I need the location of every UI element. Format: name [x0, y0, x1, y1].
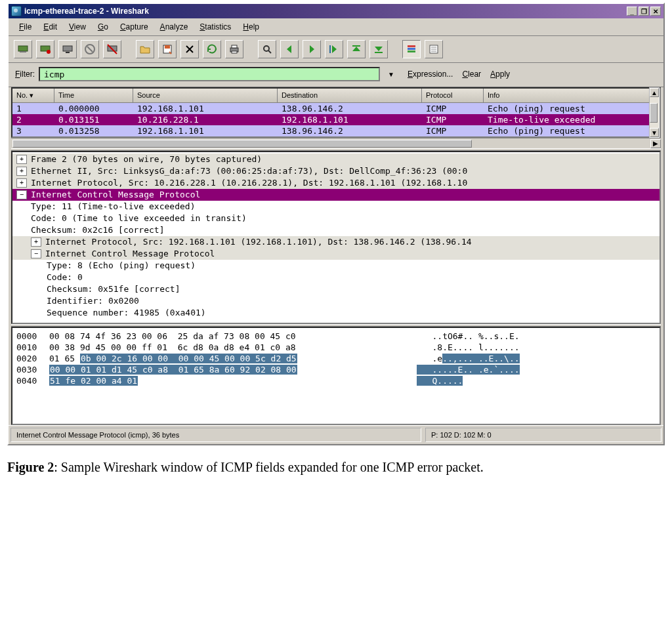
app-icon [11, 6, 22, 16]
packet-row[interactable]: 30.013258192.168.1.101138.96.146.2ICMPEc… [12, 125, 660, 136]
detail-ip[interactable]: Internet Protocol, Src: 10.216.228.1 (10… [31, 177, 472, 189]
packet-row[interactable]: 20.01315110.216.228.1192.168.1.101ICMPTi… [12, 114, 660, 125]
expand-icon[interactable]: + [16, 155, 27, 164]
menu-capture[interactable]: Capture [115, 21, 154, 33]
go-first-button[interactable] [347, 40, 366, 58]
svg-rect-18 [408, 51, 415, 52]
svg-rect-11 [232, 51, 237, 53]
bytes-hex: 00 08 74 4f 36 23 00 06 25 da af 73 08 0… [49, 331, 417, 342]
menu-statistics[interactable]: Statistics [194, 21, 236, 33]
svg-rect-10 [232, 45, 237, 48]
column-protocol[interactable]: Protocol [422, 89, 484, 103]
find-button[interactable] [258, 40, 276, 58]
scroll-thumb[interactable] [650, 103, 658, 123]
packet-list-header[interactable]: No. ▾ Time Source Destination Protocol I… [12, 89, 660, 103]
status-right: P: 102 D: 102 M: 0 [425, 428, 662, 442]
close-button[interactable]: ✕ [650, 7, 661, 16]
filter-dropdown-icon[interactable]: ▼ [387, 70, 396, 79]
print-button[interactable] [225, 40, 243, 58]
bytes-row[interactable]: 000000 08 74 4f 36 23 00 06 25 da af 73 … [16, 331, 656, 342]
packet-list-hscroll[interactable]: ▶ [11, 138, 661, 148]
window-titlebar[interactable]: icmp-ethereal-trace-2 - Wireshark _ ❐ ✕ [9, 4, 663, 18]
expand-icon[interactable]: + [16, 167, 27, 176]
packet-details-pane[interactable]: +Frame 2 (70 bytes on wire, 70 bytes cap… [11, 151, 661, 324]
go-to-button[interactable] [325, 40, 343, 58]
menu-file[interactable]: File [14, 21, 37, 33]
packet-list-pane[interactable]: No. ▾ Time Source Destination Protocol I… [11, 87, 661, 138]
packet-cell: 3 [12, 126, 54, 136]
bytes-ascii: ..tO6#.. %..s..E. [417, 331, 656, 342]
packet-cell: 192.168.1.101 [278, 115, 422, 125]
menu-analyze[interactable]: Analyze [155, 21, 194, 33]
bytes-ascii: .....E.. .e.`.... [417, 364, 656, 375]
interfaces-button[interactable] [14, 40, 32, 58]
svg-rect-17 [408, 48, 415, 50]
scroll-up-icon[interactable]: ▲ [650, 88, 659, 97]
restore-button[interactable]: ❐ [639, 7, 649, 16]
column-info[interactable]: Info [484, 89, 660, 103]
column-source[interactable]: Source [133, 89, 278, 103]
options-button[interactable] [36, 40, 54, 58]
detail-inner-icmp[interactable]: Internet Control Message Protocol [45, 248, 220, 260]
svg-rect-8 [165, 45, 170, 49]
packet-row[interactable]: 10.000000192.168.1.101138.96.146.2ICMPEc… [12, 103, 660, 114]
collapse-icon[interactable]: − [16, 190, 27, 199]
filter-expression-link[interactable]: Expression... [408, 70, 453, 79]
packet-bytes-pane[interactable]: 000000 08 74 4f 36 23 00 06 25 da af 73 … [11, 327, 661, 425]
bytes-row[interactable]: 004051 fe 02 00 a4 01 Q..... [16, 375, 656, 386]
detail-inner-code[interactable]: Code: 0 [47, 272, 88, 283]
expand-icon[interactable]: + [31, 237, 41, 247]
detail-inner-checksum[interactable]: Checksum: 0x51fe [correct] [47, 283, 186, 295]
hscroll-right-icon[interactable]: ▶ [650, 139, 661, 148]
bytes-ascii: .8.E.... l....... [417, 342, 656, 353]
hscroll-thumb[interactable] [12, 140, 472, 148]
detail-frame[interactable]: Frame 2 (70 bytes on wire, 70 bytes capt… [31, 153, 267, 165]
packet-cell: 0.013151 [54, 115, 133, 125]
filter-apply-link[interactable]: Apply [490, 70, 510, 79]
column-no[interactable]: No. ▾ [12, 89, 54, 103]
go-last-button[interactable] [369, 40, 388, 58]
detail-code[interactable]: Code: 0 (Time to live exceeded in transi… [31, 213, 252, 224]
detail-inner-type[interactable]: Type: 8 (Echo (ping) request) [47, 260, 201, 272]
detail-checksum[interactable]: Checksum: 0x2c16 [correct] [31, 224, 170, 236]
close-file-button[interactable] [180, 40, 199, 58]
filter-input[interactable] [39, 67, 380, 81]
bytes-row[interactable]: 002001 65 0b 00 2c 16 00 00 00 00 45 00 … [16, 353, 656, 364]
menu-view[interactable]: View [64, 21, 91, 33]
detail-identifier[interactable]: Identifier: 0x0200 [47, 295, 144, 307]
detail-type[interactable]: Type: 11 (Time-to-live exceeded) [31, 201, 200, 213]
stop-capture-button[interactable] [81, 40, 99, 58]
bytes-offset: 0040 [16, 375, 49, 386]
detail-sequence[interactable]: Sequence number: 41985 (0xa401) [47, 307, 211, 319]
svg-rect-16 [408, 45, 415, 47]
menu-edit[interactable]: Edit [38, 21, 62, 33]
expand-icon[interactable]: + [16, 178, 27, 188]
restart-capture-button[interactable] [103, 40, 121, 58]
autoscroll-button[interactable] [425, 40, 443, 58]
bytes-row[interactable]: 003000 00 01 01 d1 45 c0 a8 01 65 8a 60 … [16, 364, 656, 375]
column-destination[interactable]: Destination [278, 89, 422, 103]
menu-go[interactable]: Go [93, 21, 114, 33]
detail-ethernet[interactable]: Ethernet II, Src: LinksysG_da:af:73 (00:… [31, 165, 472, 177]
start-capture-button[interactable] [58, 40, 77, 58]
column-time[interactable]: Time [54, 89, 133, 103]
filter-clear-link[interactable]: Clear [462, 70, 481, 79]
detail-icmp[interactable]: Internet Control Message Protocol [31, 189, 205, 201]
packet-cell: Echo (ping) request [484, 126, 660, 136]
go-back-button[interactable] [280, 40, 299, 58]
menu-help[interactable]: Help [238, 21, 264, 33]
reload-button[interactable] [203, 40, 221, 58]
open-file-button[interactable] [136, 40, 154, 58]
minimize-button[interactable]: _ [627, 7, 637, 16]
save-file-button[interactable] [158, 40, 177, 58]
detail-inner-ip[interactable]: Internet Protocol, Src: 192.168.1.101 (1… [45, 236, 477, 248]
scroll-down-icon[interactable]: ▼ [650, 128, 659, 137]
go-forward-button[interactable] [303, 40, 321, 58]
colorize-button[interactable] [402, 40, 421, 58]
menu-bar: File Edit View Go Capture Analyze Statis… [9, 18, 663, 36]
collapse-icon[interactable]: − [31, 249, 41, 258]
packet-list-vscroll[interactable]: ▲ ▼ [649, 87, 660, 138]
bytes-row[interactable]: 001000 38 9d 45 00 00 ff 01 6c d8 0a d8 … [16, 342, 656, 353]
main-toolbar [9, 36, 663, 63]
svg-point-3 [47, 50, 51, 54]
